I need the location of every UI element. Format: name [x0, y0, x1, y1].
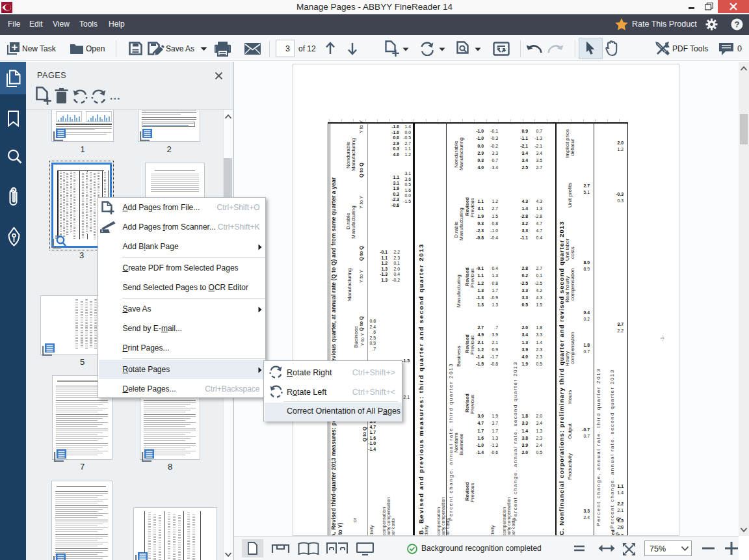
- svg-text:?: ?: [735, 20, 740, 29]
